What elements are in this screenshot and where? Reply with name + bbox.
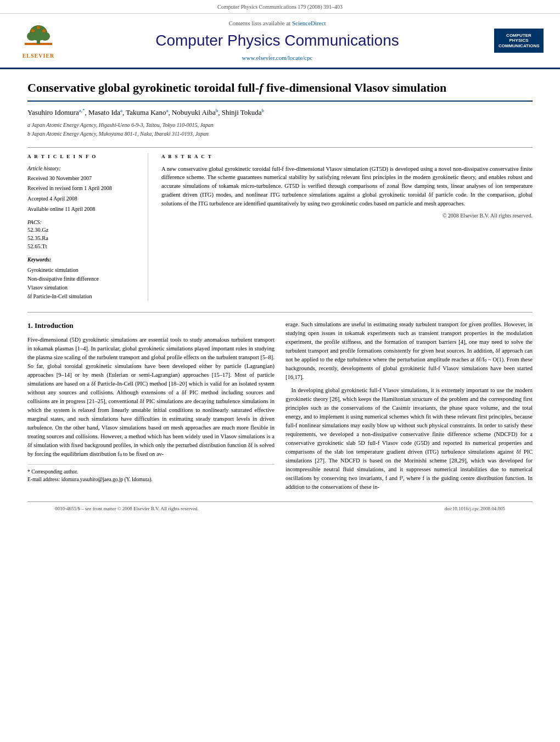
- journal-header: ELSEVIER Contents lists available at Sci…: [0, 14, 560, 69]
- svg-point-4: [40, 32, 50, 41]
- logo-box-title: COMPUTER PHYSICS COMMUNICATIONS: [499, 33, 539, 49]
- body-two-col: 1. Introduction Five-dimensional (5D) gy…: [27, 320, 533, 495]
- footnote-email: E-mail address: idomura.yasuhiro@jaea.go…: [27, 476, 275, 483]
- page-wrapper: Computer Physics Communications 179 (200…: [0, 0, 560, 526]
- article-title: Conservative global gyrokinetic toroidal…: [27, 80, 533, 102]
- received-date: Received 30 November 2007: [27, 175, 139, 183]
- article-content: Conservative global gyrokinetic toroidal…: [0, 69, 560, 526]
- keyword-4: δf Particle-In-Cell simulation: [27, 292, 139, 301]
- pacs-section: PACS: 52.30.Gz 52.35.Ra 52.65.Tt: [27, 219, 139, 250]
- abstract-col: A B S T R A C T A new conservative globa…: [161, 153, 533, 301]
- issn-text: 0010-4655/$ – see front matter © 2008 El…: [55, 505, 199, 512]
- intro-para-2: erage. Such simulations are useful in es…: [285, 320, 533, 382]
- svg-point-3: [27, 32, 37, 41]
- history-label: Article history:: [27, 165, 139, 172]
- pacs3: 52.65.Tt: [27, 243, 139, 251]
- elsevier-tree-icon: [22, 21, 55, 51]
- pacs2: 52.35.Ra: [27, 235, 139, 243]
- journal-url[interactable]: www.elsevier.com/locate/cpc: [69, 54, 485, 62]
- journal-citation: Computer Physics Communications 179 (200…: [217, 4, 343, 10]
- intro-para-1: Five-dimensional (5D) gyrokinetic simula…: [27, 336, 275, 458]
- bottom-bar: 0010-4655/$ – see front matter © 2008 El…: [27, 501, 533, 516]
- contents-availability: Contents lists available at ScienceDirec…: [69, 19, 485, 27]
- body-divider: [27, 312, 533, 313]
- affiliations: a Japan Atomic Energy Agency, Higashi-Ue…: [27, 121, 533, 138]
- article-info-col: A R T I C L E I N F O Article history: R…: [27, 153, 148, 301]
- keywords-section: Keywords: Gyrokinetic simulation Non-dis…: [27, 256, 139, 301]
- article-history: Article history: Received 30 November 20…: [27, 165, 139, 214]
- article-info-label: A R T I C L E I N F O: [27, 153, 139, 160]
- authors-line: Yasuhiro Idomuraa,*, Masato Idaa, Takuma…: [27, 107, 533, 118]
- affiliation-a: a Japan Atomic Energy Agency, Higashi-Ue…: [27, 121, 533, 130]
- info-abstract-section: A R T I C L E I N F O Article history: R…: [27, 147, 533, 301]
- journal-title: Computer Physics Communications: [69, 30, 485, 51]
- accepted-date: Accepted 4 April 2008: [27, 195, 139, 203]
- pacs1: 52.30.Gz: [27, 226, 139, 235]
- svg-point-7: [42, 29, 46, 32]
- elsevier-wordmark: ELSEVIER: [23, 52, 55, 60]
- footnote-email-link[interactable]: idomura.yasuhiro@jaea.go.jp: [61, 477, 123, 482]
- section-1-heading: 1. Introduction: [27, 320, 275, 331]
- keyword-3: Vlasov simulation: [27, 283, 139, 292]
- copyright-line: © 2008 Elsevier B.V. All rights reserved…: [161, 212, 533, 220]
- footnote-star: * Corresponding author.: [27, 468, 275, 476]
- abstract-label: A B S T R A C T: [161, 153, 533, 160]
- affiliation-b: b Japan Atomic Energy Agency, Mukoyama 8…: [27, 130, 533, 138]
- revised-date: Received in revised form 1 April 2008: [27, 185, 139, 193]
- keywords-list: Gyrokinetic simulation Non-dissipative f…: [27, 266, 139, 301]
- available-date: Available online 11 April 2008: [27, 205, 139, 214]
- elsevier-logo: ELSEVIER: [16, 21, 60, 60]
- body-col-left: 1. Introduction Five-dimensional (5D) gy…: [27, 320, 275, 495]
- keywords-label: Keywords:: [27, 256, 139, 264]
- body-col-right: erage. Such simulations are useful in es…: [285, 320, 533, 495]
- intro-para-3: In developing global gyrokinetic full-f …: [285, 386, 533, 491]
- doi-text: doi:10.1016/j.cpc.2008.04.005: [445, 505, 505, 512]
- keyword-2: Non-dissipative finite difference: [27, 275, 139, 283]
- header-center: Contents lists available at ScienceDirec…: [69, 19, 485, 62]
- journal-logo-box: COMPUTER PHYSICS COMMUNICATIONS: [494, 29, 544, 53]
- sciencedirect-link[interactable]: ScienceDirect: [292, 20, 326, 26]
- svg-point-6: [37, 26, 40, 29]
- top-bar: Computer Physics Communications 179 (200…: [0, 0, 560, 14]
- footnote-area: * Corresponding author. E-mail address: …: [27, 464, 275, 484]
- svg-point-5: [31, 29, 35, 32]
- pacs-label: PACS:: [27, 219, 139, 226]
- abstract-text: A new conservative global gyrokinetic to…: [161, 165, 533, 208]
- keyword-1: Gyrokinetic simulation: [27, 266, 139, 275]
